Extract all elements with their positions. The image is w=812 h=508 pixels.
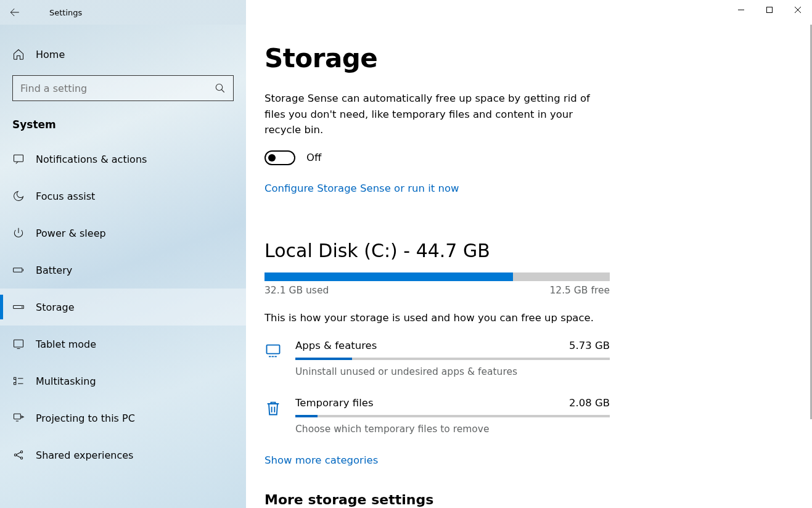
storage-category-apps-features[interactable]: Apps & features5.73 GBUninstall unused o… bbox=[265, 340, 610, 377]
more-storage-heading: More storage settings bbox=[265, 492, 794, 507]
sidebar-item-label: Power & sleep bbox=[36, 227, 106, 239]
category-name: Apps & features bbox=[295, 340, 377, 351]
home-icon bbox=[12, 48, 25, 60]
category-name: Temporary files bbox=[295, 397, 373, 409]
tablet-icon bbox=[12, 338, 25, 350]
content-area: Storage Storage Sense can automatically … bbox=[246, 25, 812, 508]
power-icon bbox=[12, 227, 25, 239]
sidebar-item-multitasking[interactable]: Multitasking bbox=[0, 363, 246, 399]
window-title: Settings bbox=[30, 8, 82, 17]
sidebar-item-focus-assist[interactable]: Focus assist bbox=[0, 178, 246, 215]
category-hint: Uninstall unused or undesired apps & fea… bbox=[295, 366, 610, 377]
message-icon bbox=[12, 153, 25, 165]
moon-icon bbox=[12, 190, 25, 202]
toggle-state-label: Off bbox=[306, 152, 321, 163]
disk-usage-bar bbox=[265, 272, 610, 281]
sidebar: Home System Notifications & actionsFocus… bbox=[0, 25, 246, 508]
storage-sense-toggle[interactable] bbox=[265, 150, 295, 165]
sidebar-item-label: Battery bbox=[36, 264, 72, 276]
page-title: Storage bbox=[265, 43, 794, 73]
sidebar-item-notifications[interactable]: Notifications & actions bbox=[0, 141, 246, 178]
sidebar-item-label: Shared experiences bbox=[36, 449, 133, 461]
apps-icon bbox=[265, 340, 282, 377]
maximize-icon bbox=[766, 7, 773, 13]
minimize-icon bbox=[738, 7, 744, 13]
timeline-icon bbox=[12, 375, 25, 387]
sidebar-item-shared-experiences[interactable]: Shared experiences bbox=[0, 436, 246, 473]
disk-free-label: 12.5 GB free bbox=[549, 285, 610, 296]
sidebar-section-label: System bbox=[0, 113, 246, 141]
sidebar-item-label: Multitasking bbox=[36, 375, 96, 387]
category-bar bbox=[295, 358, 610, 360]
share-icon bbox=[12, 449, 25, 461]
sidebar-item-label: Focus assist bbox=[36, 190, 95, 202]
configure-storage-sense-link[interactable]: Configure Storage Sense or run it now bbox=[265, 182, 459, 194]
sidebar-item-power-sleep[interactable]: Power & sleep bbox=[0, 215, 246, 252]
sidebar-item-projecting[interactable]: Projecting to this PC bbox=[0, 399, 246, 436]
search-box[interactable] bbox=[12, 75, 234, 101]
category-size: 2.08 GB bbox=[569, 397, 610, 409]
drive-icon bbox=[12, 301, 25, 313]
storage-intro: This is how your storage is used and how… bbox=[265, 312, 794, 324]
category-hint: Choose which temporary files to remove bbox=[295, 424, 610, 435]
project-icon bbox=[12, 412, 25, 424]
sidebar-item-storage[interactable]: Storage bbox=[0, 289, 246, 326]
close-icon bbox=[795, 7, 801, 13]
window-controls bbox=[727, 0, 812, 20]
disk-heading: Local Disk (C:) - 44.7 GB bbox=[265, 240, 794, 261]
svg-point-1 bbox=[216, 84, 223, 91]
storage-category-temp-files[interactable]: Temporary files2.08 GBChoose which tempo… bbox=[265, 397, 610, 435]
maximize-button[interactable] bbox=[755, 0, 784, 20]
show-more-categories-link[interactable]: Show more categories bbox=[265, 454, 378, 466]
close-button[interactable] bbox=[784, 0, 812, 20]
minimize-button[interactable] bbox=[727, 0, 755, 20]
sidebar-item-label: Projecting to this PC bbox=[36, 412, 135, 424]
sidebar-item-battery[interactable]: Battery bbox=[0, 252, 246, 289]
sidebar-home-label: Home bbox=[36, 49, 65, 60]
search-icon bbox=[215, 83, 226, 94]
trash-icon bbox=[265, 397, 282, 435]
back-arrow-icon bbox=[9, 7, 20, 18]
search-input[interactable] bbox=[20, 83, 215, 94]
category-bar bbox=[295, 415, 610, 417]
titlebar: Settings bbox=[0, 0, 812, 25]
sidebar-item-label: Tablet mode bbox=[36, 338, 96, 350]
category-size: 5.73 GB bbox=[569, 340, 610, 351]
storage-sense-description: Storage Sense can automatically free up … bbox=[265, 91, 610, 138]
battery-icon bbox=[12, 264, 25, 276]
sidebar-item-tablet-mode[interactable]: Tablet mode bbox=[0, 326, 246, 363]
sidebar-home[interactable]: Home bbox=[0, 41, 246, 68]
svg-rect-0 bbox=[767, 7, 773, 13]
back-button[interactable] bbox=[0, 0, 30, 25]
sidebar-item-label: Notifications & actions bbox=[36, 154, 147, 165]
disk-usage-bar-fill bbox=[265, 272, 513, 281]
disk-used-label: 32.1 GB used bbox=[265, 285, 329, 296]
sidebar-item-label: Storage bbox=[36, 301, 75, 313]
